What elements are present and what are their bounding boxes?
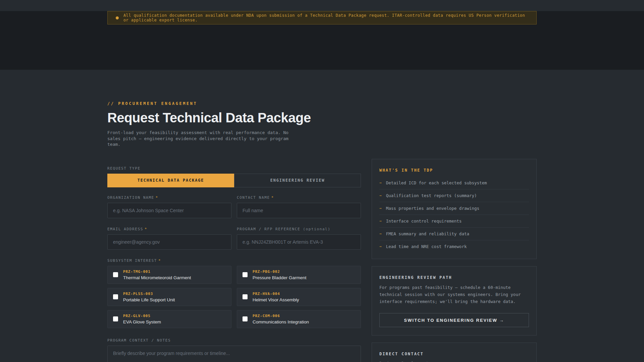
engineering-review-panel: ENGINEERING REVIEW PATH For programs pas…: [372, 266, 537, 336]
review-panel-title: ENGINEERING REVIEW PATH: [379, 275, 529, 280]
arrow-right-icon: →: [379, 219, 382, 223]
subsystem-interest-label: SUBSYSTEM INTEREST*: [107, 258, 361, 263]
nda-notice-banner: All qualification documentation availabl…: [107, 11, 537, 24]
contact-panel-title: DIRECT CONTACT: [379, 352, 529, 356]
program-reference-input[interactable]: [237, 234, 361, 250]
subsystem-option-hva-004[interactable]: PRZ-HVA-004 Helmet Visor Assembly: [237, 288, 361, 306]
required-asterisk: *: [156, 195, 158, 200]
subsystem-checkbox[interactable]: [113, 316, 118, 321]
contact-name-input[interactable]: [237, 203, 361, 218]
subsystem-name: EVA Glove System: [123, 319, 161, 324]
subsystem-checkbox[interactable]: [113, 272, 118, 277]
arrow-right-icon: →: [379, 181, 382, 185]
list-item: → Interface control requirements: [379, 215, 529, 228]
subsystem-option-glv-005[interactable]: PRZ-GLV-005 EVA Glove System: [107, 310, 231, 328]
contact-name-group: CONTACT NAME*: [237, 195, 361, 218]
list-item: → Mass properties and envelope drawings: [379, 202, 529, 215]
arrow-right-icon: →: [379, 206, 382, 210]
required-asterisk: *: [158, 258, 161, 263]
tdp-item-text: Interface control requirements: [386, 219, 462, 224]
tab-engineering-review[interactable]: ENGINEERING REVIEW: [234, 174, 361, 187]
page-subtitle: Front-load your feasibility assessment w…: [107, 130, 297, 147]
switch-to-engineering-review-button[interactable]: SWITCH TO ENGINEERING REVIEW →: [379, 313, 529, 327]
subsystem-option-pbg-002[interactable]: PRZ-PBG-002 Pressure Bladder Garment: [237, 266, 361, 284]
tdp-item-text: Mass properties and envelope drawings: [386, 206, 479, 211]
section-eyebrow: // PROCUREMENT ENGAGEMENT: [107, 101, 361, 106]
required-asterisk: *: [271, 195, 274, 200]
subsystem-code: PRZ-PBG-002: [253, 269, 307, 274]
program-notes-textarea[interactable]: [107, 346, 361, 362]
tdp-item-text: Qualification test reports (summary): [386, 193, 477, 198]
subsystem-checkbox[interactable]: [243, 272, 248, 277]
subsystem-option-plss-003[interactable]: PRZ-PLSS-003 Portable Life Support Unit: [107, 288, 231, 306]
subsystem-name: Communications Integration: [253, 319, 309, 324]
request-form: // PROCUREMENT ENGAGEMENT Request Techni…: [107, 101, 361, 362]
tdp-item-text: Lead time and NRE cost framework: [386, 244, 467, 249]
request-type-tabs: TECHNICAL DATA PACKAGE ENGINEERING REVIE…: [107, 174, 361, 187]
email-address-group: EMAIL ADDRESS*: [107, 227, 231, 250]
list-item: → Qualification test reports (summary): [379, 189, 529, 202]
subsystem-checkbox[interactable]: [113, 294, 118, 299]
program-reference-label: PROGRAM / RFP REFERENCE (optional): [237, 227, 361, 231]
required-asterisk: *: [145, 227, 147, 231]
status-dot-icon: [116, 16, 119, 19]
subsystem-option-com-006[interactable]: PRZ-COM-006 Communications Integration: [237, 310, 361, 328]
info-sidebar: WHAT'S IN THE TDP → Detailed ICD for eac…: [372, 159, 537, 362]
subsystem-code: PRZ-PLSS-003: [123, 292, 175, 296]
subsystem-option-tmg-001[interactable]: PRZ-TMG-001 Thermal Micrometeoroid Garme…: [107, 266, 231, 284]
tdp-contents-panel: WHAT'S IN THE TDP → Detailed ICD for eac…: [372, 159, 537, 259]
tab-technical-data-package[interactable]: TECHNICAL DATA PACKAGE: [107, 174, 234, 187]
subsystem-name: Portable Life Support Unit: [123, 297, 175, 302]
tdp-panel-title: WHAT'S IN THE TDP: [379, 168, 529, 173]
tdp-item-text: Detailed ICD for each selected subsystem: [386, 180, 487, 185]
subsystem-options: PRZ-TMG-001 Thermal Micrometeoroid Garme…: [107, 266, 361, 328]
arrow-right-icon: →: [379, 232, 382, 236]
arrow-right-icon: →: [379, 193, 382, 198]
subsystem-name: Helmet Visor Assembly: [253, 297, 299, 302]
tdp-item-text: FMEA summary and reliability data: [386, 231, 469, 236]
subsystem-checkbox[interactable]: [243, 294, 248, 299]
subsystem-code: PRZ-HVA-004: [253, 292, 299, 296]
request-type-label: REQUEST TYPE: [107, 166, 361, 171]
contact-name-label: CONTACT NAME*: [237, 195, 361, 200]
organization-name-label: ORGANIZATION NAME*: [107, 195, 231, 200]
subsystem-code: PRZ-GLV-005: [123, 314, 161, 318]
subsystem-checkbox[interactable]: [243, 316, 248, 321]
direct-contact-panel: DIRECT CONTACT Business Development bd@p…: [372, 343, 537, 362]
page-title: Request Technical Data Package: [107, 110, 361, 125]
top-band: All qualification documentation availabl…: [0, 11, 644, 70]
tdp-item-list: → Detailed ICD for each selected subsyst…: [379, 177, 529, 253]
program-notes-label: PROGRAM CONTEXT / NOTES: [107, 338, 361, 343]
subsystem-name: Pressure Bladder Garment: [253, 275, 307, 280]
email-address-input[interactable]: [107, 234, 231, 250]
list-item: → FMEA summary and reliability data: [379, 228, 529, 240]
subsystem-code: PRZ-TMG-001: [123, 269, 191, 274]
nda-notice-text: All qualification documentation availabl…: [123, 13, 528, 22]
program-reference-group: PROGRAM / RFP REFERENCE (optional): [237, 227, 361, 250]
list-item: → Lead time and NRE cost framework: [379, 240, 529, 253]
subsystem-code: PRZ-COM-006: [253, 314, 309, 318]
arrow-right-icon: →: [379, 244, 382, 249]
list-item: → Detailed ICD for each selected subsyst…: [379, 177, 529, 189]
subsystem-name: Thermal Micrometeoroid Garment: [123, 275, 191, 280]
organization-name-input[interactable]: [107, 203, 231, 218]
review-panel-body: For programs past feasibility — schedule…: [379, 284, 529, 305]
email-address-label: EMAIL ADDRESS*: [107, 227, 231, 231]
organization-name-group: ORGANIZATION NAME*: [107, 195, 231, 218]
